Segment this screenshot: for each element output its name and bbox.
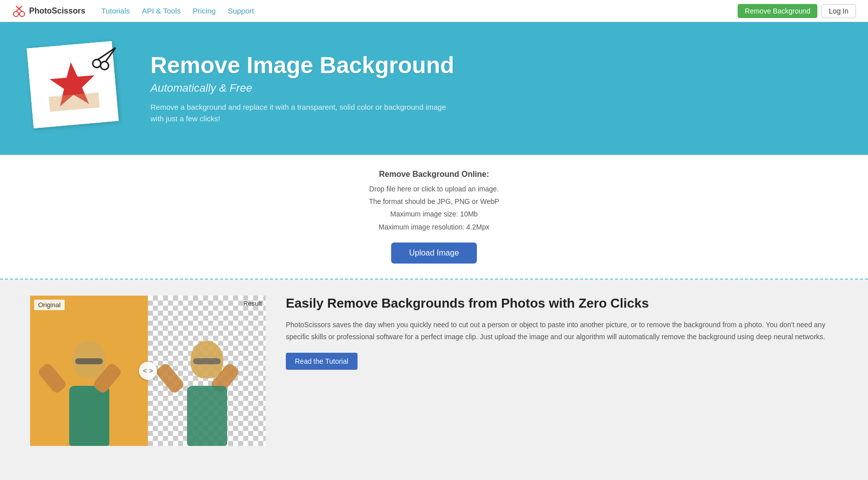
upload-title: Remove Background Online: bbox=[10, 170, 858, 179]
nav-api-tools[interactable]: API & Tools bbox=[142, 7, 181, 15]
nav-links: Tutorials API & Tools Pricing Support bbox=[101, 7, 738, 16]
upload-line3: Maximum image size: 10Mb bbox=[10, 208, 858, 220]
features-description: PhotoScissors saves the day when you qui… bbox=[286, 319, 838, 343]
hero-section: Remove Image Background Automatically & … bbox=[0, 22, 868, 155]
svg-point-4 bbox=[18, 8, 20, 10]
svg-point-1 bbox=[20, 12, 25, 17]
hero-description: Remove a background and replace it with … bbox=[150, 102, 451, 124]
split-handle[interactable]: < > bbox=[139, 362, 157, 380]
features-heading: Easily Remove Backgrounds from Photos wi… bbox=[286, 296, 838, 311]
demo-result-side bbox=[148, 296, 266, 446]
hero-image-area bbox=[30, 37, 130, 140]
demo-image-container: Original Result bbox=[30, 296, 266, 446]
upload-section: Remove Background Online: Drop file here… bbox=[0, 155, 868, 280]
demo-split: < > bbox=[30, 296, 266, 446]
nav-tutorials[interactable]: Tutorials bbox=[101, 7, 130, 15]
nav-remove-background-button[interactable]: Remove Background bbox=[738, 4, 817, 18]
svg-line-8 bbox=[105, 46, 115, 63]
nav-pricing[interactable]: Pricing bbox=[193, 7, 216, 15]
navbar: PhotoScissors Tutorials API & Tools Pric… bbox=[0, 0, 868, 22]
read-tutorial-button[interactable]: Read the Tutorial bbox=[286, 353, 358, 370]
upload-line2: The format should be JPG, PNG or WebP bbox=[10, 195, 858, 208]
features-section: Original Result bbox=[0, 280, 868, 462]
svg-point-0 bbox=[14, 12, 19, 17]
nav-login-button[interactable]: Log In bbox=[821, 4, 856, 18]
brand-logo[interactable]: PhotoScissors bbox=[12, 4, 85, 18]
scissors-logo-icon bbox=[12, 4, 26, 18]
features-text: Easily Remove Backgrounds from Photos wi… bbox=[286, 296, 838, 370]
brand-name: PhotoScissors bbox=[29, 7, 85, 16]
demo-label-result: Result bbox=[243, 300, 262, 307]
svg-rect-10 bbox=[49, 93, 100, 112]
demo-original-side bbox=[30, 296, 148, 446]
hero-subtitle: Automatically & Free bbox=[150, 82, 838, 95]
upload-line1: Drop file here or click to upload an ima… bbox=[10, 183, 858, 195]
upload-line4: Maximum image resolution: 4.2Mpx bbox=[10, 221, 858, 233]
demo-label-original: Original bbox=[34, 300, 65, 310]
upload-instructions: Drop file here or click to upload an ima… bbox=[10, 183, 858, 233]
nav-actions: Remove Background Log In bbox=[738, 4, 856, 18]
hero-text: Remove Image Background Automatically & … bbox=[130, 53, 838, 125]
hero-title: Remove Image Background bbox=[150, 53, 838, 78]
nav-support[interactable]: Support bbox=[228, 7, 254, 15]
upload-image-button[interactable]: Upload Image bbox=[391, 243, 477, 264]
